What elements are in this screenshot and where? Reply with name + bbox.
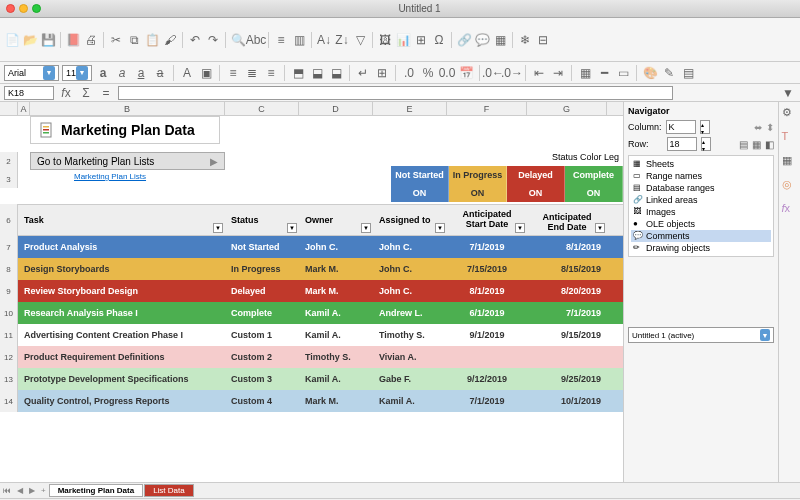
navigator-item[interactable]: ▦Sheets <box>631 158 771 170</box>
status-on[interactable]: ON <box>391 184 449 202</box>
row-header[interactable]: 11 <box>0 324 18 346</box>
status-on[interactable]: ON <box>565 184 623 202</box>
column-header[interactable]: E <box>373 102 447 115</box>
nav-row-spinner[interactable]: ▴▾ <box>701 137 711 151</box>
strikethrough-icon[interactable]: a <box>152 65 168 81</box>
table-row[interactable]: Product Requirement DefinitionsCustom 2T… <box>18 346 623 368</box>
split-icon[interactable]: ⊟ <box>535 32 551 48</box>
row-header[interactable]: 13 <box>0 368 18 390</box>
column-header[interactable]: B <box>30 102 225 115</box>
cut-icon[interactable]: ✂ <box>108 32 124 48</box>
cell-owner[interactable]: Mark M. <box>299 280 373 302</box>
navigator-icon[interactable]: ◎ <box>782 178 798 194</box>
marketing-plan-link[interactable]: Marketing Plan Lists <box>74 172 146 181</box>
sum-icon[interactable]: Σ <box>78 85 94 101</box>
row-header[interactable]: 3 <box>0 170 18 188</box>
row-header[interactable]: 9 <box>0 280 18 302</box>
cell-start[interactable]: 9/1/2019 <box>447 324 527 346</box>
cell-assigned[interactable]: Kamil A. <box>373 390 447 412</box>
paste-icon[interactable]: 📋 <box>144 32 160 48</box>
functions-icon[interactable]: fx <box>782 202 798 218</box>
minimize-window-button[interactable] <box>19 4 28 13</box>
table-row[interactable]: Quality Control, Progress ReportsCustom … <box>18 390 623 412</box>
sort-asc-icon[interactable]: A↓ <box>316 32 332 48</box>
row-header[interactable]: 12 <box>0 346 18 368</box>
cell-owner[interactable]: Kamil A. <box>299 302 373 324</box>
font-name-select[interactable]: Arial▼ <box>4 65 59 81</box>
header-status[interactable]: Status▼ <box>225 205 299 235</box>
cell-task[interactable]: Design Storyboards <box>18 258 225 280</box>
tab-first-icon[interactable]: ⏮ <box>0 486 14 495</box>
freeze-icon[interactable]: ❄ <box>517 32 533 48</box>
filter-dropdown-icon[interactable]: ▼ <box>287 223 297 233</box>
cell-status[interactable]: Complete <box>225 302 299 324</box>
row-header[interactable]: 6 <box>0 204 18 236</box>
cell-end[interactable]: 7/1/2019 <box>527 302 607 324</box>
gallery-icon[interactable]: ▦ <box>782 154 798 170</box>
decrease-decimal-icon[interactable]: .0← <box>485 65 501 81</box>
cell-status[interactable]: Custom 3 <box>225 368 299 390</box>
image-icon[interactable]: 🖼 <box>377 32 393 48</box>
undo-icon[interactable]: ↶ <box>187 32 203 48</box>
row-header[interactable]: 10 <box>0 302 18 324</box>
headers-icon[interactable]: ▦ <box>492 32 508 48</box>
function-wizard-icon[interactable]: fx <box>58 85 74 101</box>
bold-icon[interactable]: a <box>95 65 111 81</box>
export-pdf-icon[interactable]: 📕 <box>65 32 81 48</box>
row-header[interactable]: 7 <box>0 236 18 258</box>
cell-status[interactable]: In Progress <box>225 258 299 280</box>
sort-desc-icon[interactable]: Z↓ <box>334 32 350 48</box>
cell-owner[interactable]: Timothy S. <box>299 346 373 368</box>
column-icon[interactable]: ▥ <box>291 32 307 48</box>
cell-end[interactable]: 9/15/2019 <box>527 324 607 346</box>
border-style-icon[interactable]: ━ <box>596 65 612 81</box>
navigator-document-select[interactable]: Untitled 1 (active) ▼ <box>628 327 774 343</box>
tab-add-icon[interactable]: + <box>38 486 49 495</box>
find-icon[interactable]: 🔍 <box>230 32 246 48</box>
cell-status[interactable]: Custom 4 <box>225 390 299 412</box>
redo-icon[interactable]: ↷ <box>205 32 221 48</box>
cell-owner[interactable]: Mark M. <box>299 258 373 280</box>
column-header[interactable]: F <box>447 102 527 115</box>
cell-start[interactable] <box>447 346 527 368</box>
select-all-corner[interactable] <box>0 102 18 115</box>
row-header[interactable]: 14 <box>0 390 18 412</box>
save-icon[interactable]: 💾 <box>40 32 56 48</box>
cell-owner[interactable]: Kamil A. <box>299 324 373 346</box>
cell-start[interactable]: 7/1/2019 <box>447 236 527 258</box>
cell-start[interactable]: 7/15/2019 <box>447 258 527 280</box>
align-left-icon[interactable]: ≡ <box>225 65 241 81</box>
cell-start[interactable]: 7/1/2019 <box>447 390 527 412</box>
column-header[interactable]: G <box>527 102 607 115</box>
border-color-icon[interactable]: ▭ <box>615 65 631 81</box>
header-end[interactable]: Anticipated End Date▼ <box>527 205 607 235</box>
align-top-icon[interactable]: ⬒ <box>290 65 306 81</box>
align-right-icon[interactable]: ≡ <box>263 65 279 81</box>
wrap-text-icon[interactable]: ↵ <box>355 65 371 81</box>
open-icon[interactable]: 📂 <box>22 32 38 48</box>
spellcheck-icon[interactable]: Abc <box>248 32 264 48</box>
styles-icon[interactable]: T <box>782 130 798 146</box>
header-assigned[interactable]: Assigned to▼ <box>373 205 447 235</box>
number-icon[interactable]: 0.0 <box>439 65 455 81</box>
cell-end[interactable]: 10/1/2019 <box>527 390 607 412</box>
nav-toggle-icon[interactable]: ▦ <box>752 139 761 150</box>
comment-icon[interactable]: 💬 <box>474 32 490 48</box>
navigator-item[interactable]: ▤Database ranges <box>631 182 771 194</box>
expand-formula-icon[interactable]: ▼ <box>780 85 796 101</box>
insert-icon[interactable]: ✎ <box>661 65 677 81</box>
properties-icon[interactable]: ⚙ <box>782 106 798 122</box>
filter-dropdown-icon[interactable]: ▼ <box>515 223 525 233</box>
cell-status[interactable]: Custom 2 <box>225 346 299 368</box>
cell-reference-input[interactable] <box>4 86 54 100</box>
tab-prev-icon[interactable]: ◀ <box>14 486 26 495</box>
nav-arrow-icon[interactable]: ⬍ <box>766 122 774 133</box>
borders-icon[interactable]: ▦ <box>577 65 593 81</box>
underline-icon[interactable]: a <box>133 65 149 81</box>
date-icon[interactable]: 📅 <box>458 65 474 81</box>
cell-start[interactable]: 9/12/2019 <box>447 368 527 390</box>
cell-assigned[interactable]: John C. <box>373 280 447 302</box>
maximize-window-button[interactable] <box>32 4 41 13</box>
cell-assigned[interactable]: John C. <box>373 258 447 280</box>
cell-assigned[interactable]: John C. <box>373 236 447 258</box>
